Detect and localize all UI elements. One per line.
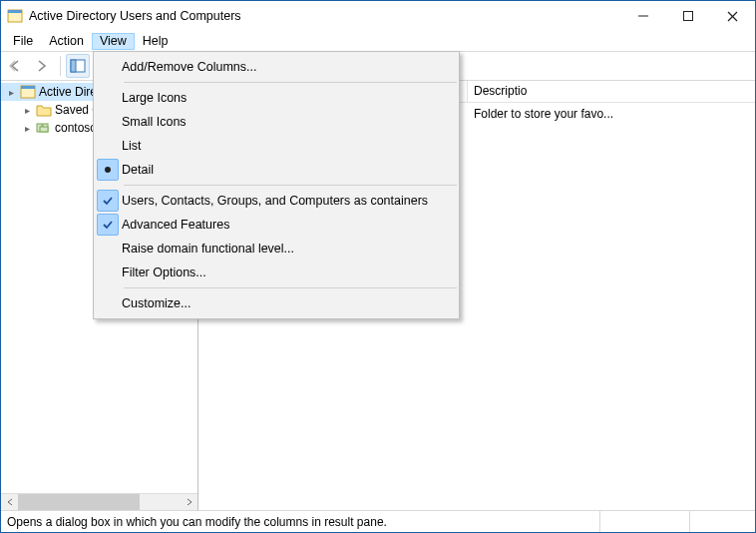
menu-item[interactable]: Filter Options... <box>94 261 459 284</box>
menu-item[interactable]: Large Icons <box>94 86 459 110</box>
app-icon <box>7 8 23 24</box>
menu-file[interactable]: File <box>5 33 41 50</box>
scroll-thumb[interactable] <box>18 494 140 511</box>
forward-button[interactable] <box>31 54 55 78</box>
menu-item-label: Raise domain functional level... <box>122 242 294 256</box>
menu-item[interactable]: Customize... <box>94 291 459 315</box>
menu-item-label: List <box>122 139 141 153</box>
menu-help[interactable]: Help <box>135 33 177 50</box>
menu-item[interactable]: Small Icons <box>94 110 459 134</box>
menu-gutter <box>94 261 122 284</box>
scroll-right-button[interactable] <box>181 494 197 511</box>
menu-item[interactable]: Add/Remove Columns... <box>94 55 459 79</box>
menu-gutter <box>94 134 122 158</box>
menu-item[interactable]: Users, Contacts, Groups, and Computers a… <box>94 189 459 213</box>
radio-indicator-icon <box>97 159 119 181</box>
menu-separator <box>124 287 457 288</box>
svg-rect-1 <box>8 10 22 13</box>
menu-item-label: Add/Remove Columns... <box>122 60 256 74</box>
menu-separator <box>124 82 457 83</box>
scroll-left-button[interactable] <box>1 494 18 511</box>
menu-action[interactable]: Action <box>41 33 92 50</box>
domain-icon <box>36 120 52 136</box>
mmc-root-icon <box>20 84 36 100</box>
svg-rect-12 <box>40 127 48 132</box>
svg-rect-3 <box>683 12 692 21</box>
close-button[interactable] <box>710 1 755 31</box>
folder-icon <box>36 102 52 118</box>
menu-item[interactable]: Detail <box>94 158 459 182</box>
status-cell <box>689 511 749 532</box>
status-text: Opens a dialog box in which you can modi… <box>7 515 387 529</box>
status-cell <box>599 511 689 532</box>
chevron-right-icon[interactable]: ▸ <box>5 87 17 98</box>
column-description[interactable]: Descriptio <box>468 81 755 102</box>
menu-item-label: Large Icons <box>122 91 187 105</box>
maximize-button[interactable] <box>665 1 710 31</box>
tree-item-label: contoso <box>55 121 97 135</box>
window-controls <box>620 1 755 31</box>
title-bar: Active Directory Users and Computers <box>1 1 755 31</box>
menu-item-label: Users, Contacts, Groups, and Computers a… <box>122 194 428 208</box>
menu-gutter <box>94 291 122 315</box>
chevron-right-icon[interactable]: ▸ <box>21 105 33 116</box>
menu-item-label: Advanced Features <box>122 218 229 232</box>
minimize-button[interactable] <box>620 1 665 31</box>
toolbar-separator <box>60 56 61 76</box>
menu-item[interactable]: Raise domain functional level... <box>94 237 459 261</box>
back-button[interactable] <box>5 54 29 78</box>
svg-point-13 <box>105 167 111 173</box>
svg-rect-9 <box>21 86 35 89</box>
window-title: Active Directory Users and Computers <box>29 9 241 23</box>
menu-gutter <box>94 110 122 134</box>
menu-item-label: Customize... <box>122 296 190 310</box>
menu-item-label: Detail <box>122 163 154 177</box>
menu-gutter <box>94 86 122 110</box>
menu-gutter <box>94 237 122 261</box>
show-hide-tree-button[interactable] <box>66 54 90 78</box>
menu-bar: File Action View Help <box>1 31 755 51</box>
menu-item-label: Filter Options... <box>122 266 206 279</box>
svg-rect-7 <box>71 60 76 72</box>
menu-item[interactable]: Advanced Features <box>94 213 459 237</box>
menu-separator <box>124 185 457 186</box>
scroll-track[interactable] <box>18 494 181 511</box>
menu-view[interactable]: View <box>92 33 135 50</box>
chevron-right-icon[interactable]: ▸ <box>21 123 33 134</box>
cell-desc: Folder to store your favo... <box>474 107 749 121</box>
view-menu-dropdown: Add/Remove Columns...Large IconsSmall Ic… <box>93 51 460 319</box>
tree-horizontal-scrollbar[interactable] <box>1 493 197 510</box>
check-indicator-icon <box>97 214 119 236</box>
menu-item[interactable]: List <box>94 134 459 158</box>
menu-gutter <box>94 55 122 79</box>
check-indicator-icon <box>97 190 119 212</box>
menu-item-label: Small Icons <box>122 115 187 129</box>
status-bar: Opens a dialog box in which you can modi… <box>1 510 755 532</box>
